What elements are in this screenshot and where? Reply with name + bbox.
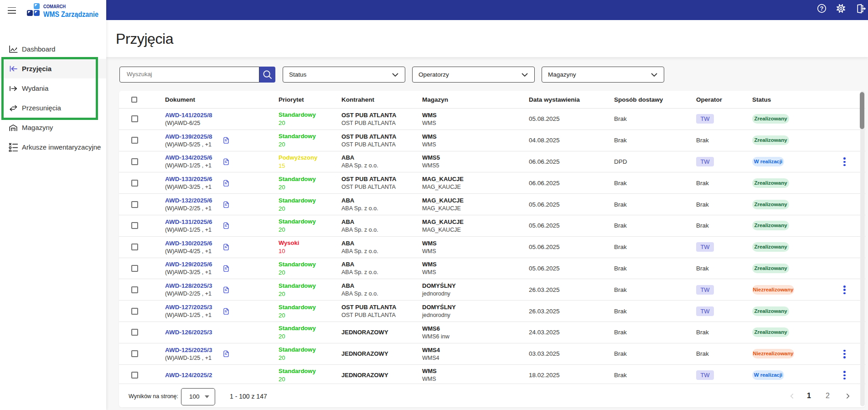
svg-text:?: ? [820, 5, 823, 12]
svg-text:WMS Zarządzanie: WMS Zarządzanie [43, 10, 98, 18]
svg-text:COMARCH: COMARCH [43, 4, 66, 9]
